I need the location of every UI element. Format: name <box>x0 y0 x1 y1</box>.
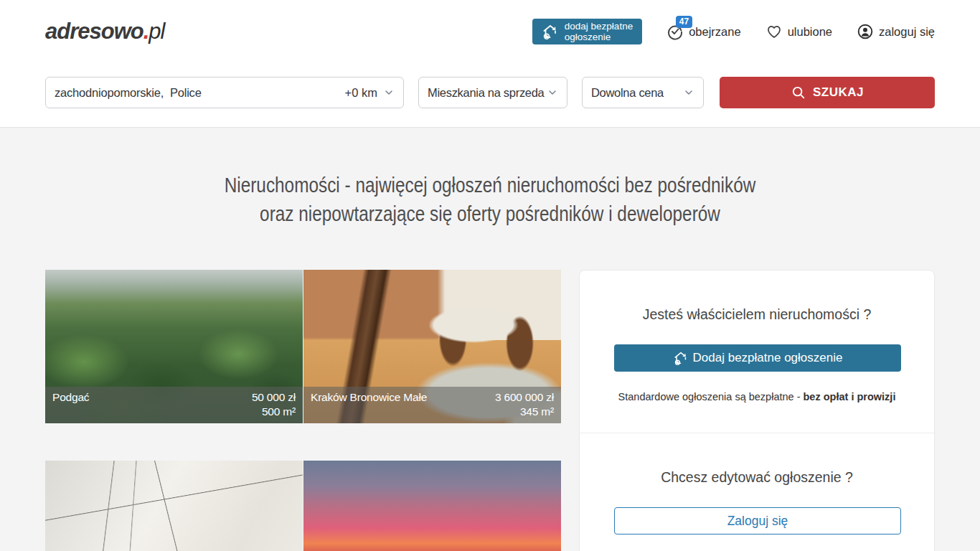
listing-overlay: Podgać 50 000 zł 500 m² <box>45 387 303 423</box>
sidebar-add-listing-label: Dodaj bezpłatne ogłoszenie <box>693 351 843 365</box>
viewed-label: obejrzane <box>689 25 740 39</box>
price-select[interactable]: Dowolna cena <box>582 77 704 108</box>
house-plus-icon <box>673 350 689 366</box>
owner-note: Standardowe ogłoszenia są bezpłatne - be… <box>614 391 900 402</box>
nav-item-viewed[interactable]: 47 obejrzane <box>666 23 740 40</box>
location-input[interactable] <box>55 86 345 100</box>
listing-card[interactable]: Łódź Widzew, ul... 750 000 zł <box>303 461 561 551</box>
listing-card[interactable]: Strompieszka 350 000 zł <box>45 461 303 551</box>
house-plus-icon <box>542 23 559 40</box>
nav-item-login[interactable]: zaloguj się <box>857 23 935 40</box>
sidebar-login-button[interactable]: Zaloguj się <box>614 507 901 534</box>
search-submit-label: SZUKAJ <box>813 85 864 100</box>
sidebar-card: Jesteś właścicielem nieruchomości ? Doda… <box>579 270 935 551</box>
listings-grid: Podgać 50 000 zł 500 m² Kraków Bronowice… <box>45 270 561 551</box>
header: adresowo.pl dodaj bezpłatne ogłoszenie <box>0 0 980 63</box>
content-row: Podgać 50 000 zł 500 m² Kraków Bronowice… <box>45 270 935 551</box>
listing-area: 345 m² <box>311 405 554 419</box>
listing-location: Podgać <box>52 390 89 405</box>
sidebar-add-listing-button[interactable]: Dodaj bezpłatne ogłoszenie <box>614 344 901 372</box>
header-nav: dodaj bezpłatne ogłoszenie 47 obejrzane … <box>532 19 935 44</box>
heart-icon <box>765 23 783 40</box>
add-listing-button-label: dodaj bezpłatne ogłoszenie <box>565 21 633 42</box>
sidebar-edit-section: Chcesz edytować ogłoszenie ? Zaloguj się… <box>580 433 934 551</box>
listing-location: Kraków Bronowice Małe <box>311 390 427 405</box>
logo-main-text: adresowo <box>45 19 143 44</box>
site-logo[interactable]: adresowo.pl <box>45 19 164 44</box>
nav-item-favorites[interactable]: ulubione <box>765 23 832 40</box>
listing-price: 50 000 zł <box>252 390 296 405</box>
offer-type-select[interactable]: Mieszkania na sprzeda <box>418 77 567 108</box>
listing-overlay: Kraków Bronowice Małe 3 600 000 zł 345 m… <box>303 387 561 423</box>
sidebar-owner-section: Jesteś właścicielem nieruchomości ? Doda… <box>580 270 934 433</box>
login-label: zaloguj się <box>879 25 935 39</box>
listing-area: 500 m² <box>52 405 296 419</box>
listing-price: 3 600 000 zł <box>495 390 554 405</box>
radius-value: +0 km <box>345 86 377 100</box>
search-section: +0 km Mieszkania na sprzeda Dowolna cena… <box>0 63 980 128</box>
listing-card[interactable]: Kraków Bronowice Małe 3 600 000 zł 345 m… <box>303 270 561 423</box>
listing-card[interactable]: Podgać 50 000 zł 500 m² <box>45 270 303 423</box>
add-listing-button[interactable]: dodaj bezpłatne ogłoszenie <box>532 19 642 44</box>
chevron-down-icon <box>383 87 395 98</box>
favorites-label: ulubione <box>788 25 832 39</box>
search-submit-button[interactable]: SZUKAJ <box>720 77 935 108</box>
owner-heading: Jesteś właścicielem nieruchomości ? <box>614 306 900 323</box>
circle-check-icon: 47 <box>666 23 684 40</box>
viewed-count-badge: 47 <box>676 16 692 28</box>
logo-tld-text: pl <box>149 19 164 44</box>
magnifier-icon <box>791 85 806 100</box>
offer-type-value: Mieszkania na sprzeda <box>428 86 544 100</box>
person-circle-icon <box>857 23 874 40</box>
chevron-down-icon <box>547 87 558 98</box>
page-title: Nieruchomości - najwięcej ogłoszeń nieru… <box>78 171 901 228</box>
edit-heading: Chcesz edytować ogłoszenie ? <box>614 469 900 486</box>
price-value: Dowolna cena <box>591 86 664 100</box>
radius-select[interactable]: +0 km <box>345 86 395 100</box>
chevron-down-icon <box>683 87 694 98</box>
location-search-box: +0 km <box>45 77 404 108</box>
